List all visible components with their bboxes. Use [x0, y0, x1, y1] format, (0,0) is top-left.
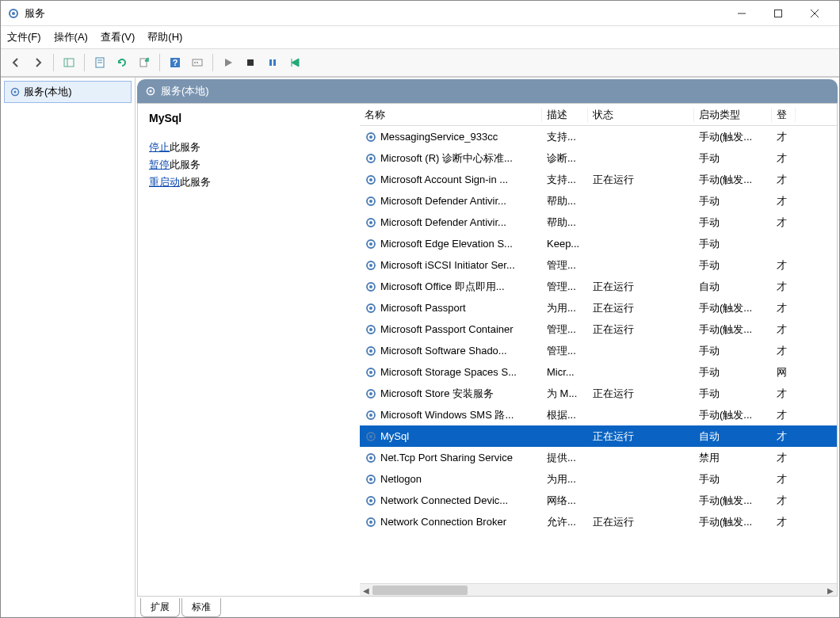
service-row[interactable]: Microsoft Defender Antivir...帮助...手动才	[360, 212, 837, 233]
svg-point-21	[14, 91, 17, 93]
col-header-startup[interactable]: 启动类型	[694, 108, 772, 122]
body: 服务(本地) 服务(本地) MySql 停止此服务 暂停此服务	[1, 77, 839, 617]
service-row[interactable]: Microsoft Windows SMS 路...根据...手动(触发...才	[360, 404, 837, 425]
col-header-logon[interactable]: 登	[772, 108, 796, 122]
service-desc: 根据...	[542, 408, 588, 422]
menu-file[interactable]: 文件(F)	[7, 30, 41, 44]
service-name: Netlogon	[380, 473, 422, 485]
scroll-right-arrow[interactable]: ▶	[824, 584, 837, 596]
svg-rect-3	[775, 10, 782, 17]
service-status: 正在运行	[588, 387, 694, 401]
scroll-left-arrow[interactable]: ◀	[360, 584, 372, 596]
service-status: 正在运行	[588, 429, 694, 444]
scroll-thumb[interactable]	[372, 586, 468, 595]
col-header-status[interactable]: 状态	[588, 108, 694, 122]
service-name: Microsoft Account Sign-in ...	[380, 174, 508, 185]
service-row[interactable]: Microsoft Passport Container管理...正在运行手动(…	[360, 319, 837, 340]
service-row[interactable]: MessagingService_933cc支持...手动(触发...才	[360, 126, 837, 147]
close-button[interactable]	[796, 2, 833, 25]
back-button[interactable]	[6, 52, 26, 73]
service-icon	[365, 494, 377, 507]
svg-point-29	[369, 178, 372, 181]
pause-link[interactable]: 暂停	[149, 158, 170, 170]
service-logon: 网	[772, 365, 796, 380]
service-logon: 才	[772, 472, 796, 486]
service-row[interactable]: Microsoft Storage Spaces S...Micr...手动网	[360, 361, 837, 383]
list-body[interactable]: MessagingService_933cc支持...手动(触发...才Micr…	[360, 126, 837, 583]
service-row[interactable]: Net.Tcp Port Sharing Service提供...禁用才	[360, 447, 837, 468]
svg-point-43	[369, 328, 372, 331]
service-logon: 才	[772, 451, 796, 465]
svg-point-15	[194, 62, 196, 63]
tab-standard[interactable]: 标准	[181, 598, 221, 617]
properties-button[interactable]	[90, 52, 110, 73]
service-row[interactable]: Microsoft Office 即点即用...管理...正在运行自动才	[360, 276, 837, 297]
service-status: 正在运行	[588, 280, 694, 294]
service-logon: 才	[772, 408, 796, 422]
service-name: Microsoft Passport Container	[380, 323, 514, 335]
col-header-name[interactable]: 名称	[360, 108, 542, 122]
service-row[interactable]: Microsoft (R) 诊断中心标准...诊断...手动才	[360, 147, 837, 169]
service-icon	[365, 216, 377, 229]
action-pause-row: 暂停此服务	[149, 158, 349, 172]
service-startup: 手动(触发...	[694, 301, 772, 315]
stop-link[interactable]: 停止	[149, 141, 170, 153]
list-header: 名称 描述 状态 启动类型 登	[360, 104, 837, 126]
stop-service-button[interactable]	[240, 52, 261, 73]
restart-suffix: 此服务	[180, 176, 211, 188]
horizontal-scrollbar[interactable]: ◀ ▶	[360, 583, 837, 596]
help-button[interactable]: ?	[165, 52, 185, 73]
service-row[interactable]: MySql正在运行自动才	[360, 425, 837, 447]
service-row[interactable]: Network Connected Devic...网络...手动(触发...才	[360, 490, 837, 511]
menu-view[interactable]: 查看(V)	[101, 30, 135, 44]
service-name: Net.Tcp Port Sharing Service	[380, 452, 513, 464]
minimize-button[interactable]	[724, 2, 760, 25]
forward-button[interactable]	[28, 52, 48, 73]
menu-action[interactable]: 操作(A)	[54, 30, 88, 44]
show-hide-tree-button[interactable]	[59, 52, 79, 73]
service-row[interactable]: Microsoft iSCSI Initiator Ser...管理...手动才	[360, 254, 837, 276]
service-row[interactable]: Microsoft Store 安装服务为 M...正在运行手动才	[360, 383, 837, 404]
service-logon: 才	[772, 194, 796, 208]
svg-point-55	[369, 456, 372, 460]
service-row[interactable]: Microsoft Software Shado...管理...手动才	[360, 340, 837, 361]
service-status: 正在运行	[588, 322, 694, 337]
service-icon	[365, 430, 377, 443]
service-logon: 才	[772, 216, 796, 230]
service-desc: 管理...	[542, 258, 588, 273]
svg-point-25	[369, 135, 372, 139]
export-button[interactable]	[134, 52, 155, 73]
col-header-desc[interactable]: 描述	[542, 108, 588, 122]
svg-rect-17	[247, 59, 254, 66]
svg-point-49	[369, 392, 372, 395]
service-icon	[365, 323, 377, 336]
service-desc: 为 M...	[542, 387, 588, 401]
service-icon	[365, 452, 377, 464]
svg-text:?: ?	[173, 58, 178, 67]
service-row[interactable]: Microsoft Defender Antivir...帮助...手动才	[360, 190, 837, 212]
detail-panel: MySql 停止此服务 暂停此服务 重启动此服务	[138, 104, 360, 596]
service-desc: 为用...	[542, 301, 588, 315]
menu-help[interactable]: 帮助(H)	[147, 30, 182, 44]
service-row[interactable]: Network Connection Broker允许...正在运行手动(触发.…	[360, 511, 837, 532]
service-startup: 手动	[694, 387, 772, 401]
restart-link[interactable]: 重启动	[149, 176, 180, 188]
pause-service-button[interactable]	[262, 52, 283, 73]
service-row[interactable]: Microsoft Passport为用...正在运行手动(触发...才	[360, 297, 837, 319]
tree-item-services-local[interactable]: 服务(本地)	[4, 81, 132, 103]
separator	[84, 54, 85, 71]
service-row[interactable]: Microsoft Edge Elevation S...Keep...手动	[360, 233, 837, 254]
service-row[interactable]: Netlogon为用...手动才	[360, 468, 837, 490]
service-desc: 诊断...	[542, 151, 588, 166]
manage-button[interactable]	[187, 52, 208, 73]
service-row[interactable]: Microsoft Account Sign-in ...支持...正在运行手动…	[360, 169, 837, 190]
tab-extended[interactable]: 扩展	[140, 598, 180, 617]
maximize-button[interactable]	[760, 2, 796, 25]
service-name: Microsoft Defender Antivir...	[380, 216, 506, 228]
restart-service-button[interactable]	[284, 52, 305, 73]
menubar: 文件(F) 操作(A) 查看(V) 帮助(H)	[1, 26, 839, 48]
refresh-button[interactable]	[112, 52, 132, 73]
service-name: Network Connected Devic...	[380, 494, 508, 506]
start-service-button[interactable]	[218, 52, 239, 73]
service-startup: 手动	[694, 237, 772, 251]
